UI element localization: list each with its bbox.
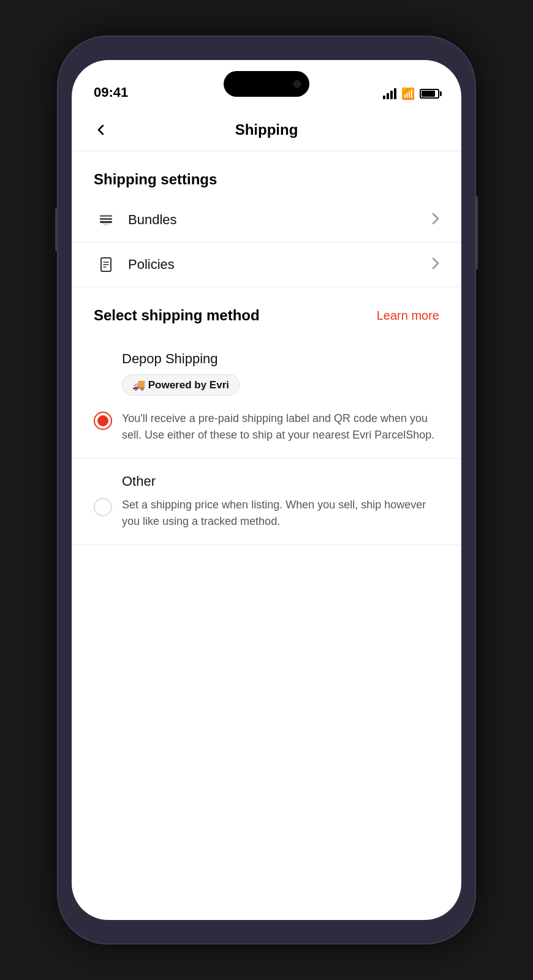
depop-shipping-content: You'll receive a pre-paid shipping label… (122, 410, 439, 443)
learn-more-link[interactable]: Learn more (377, 309, 439, 323)
shipping-settings-title: Shipping settings (72, 151, 461, 198)
bundles-chevron-icon (432, 213, 439, 228)
shipping-method-header: Select shipping method Learn more (72, 287, 461, 336)
other-radio-button[interactable] (94, 498, 112, 516)
svg-rect-1 (100, 218, 112, 220)
status-time: 09:41 (94, 85, 128, 103)
depop-shipping-header: You'll receive a pre-paid shipping label… (94, 410, 439, 443)
battery-fill (421, 91, 435, 97)
other-shipping-header: Set a shipping price when listing. When … (94, 497, 439, 530)
phone-screen: 09:41 📶 (72, 60, 461, 920)
depop-shipping-option[interactable]: Depop Shipping 🚚 Powered by Evri (72, 336, 461, 459)
depop-shipping-name: Depop Shipping (122, 351, 218, 366)
battery-icon (420, 89, 439, 99)
phone-frame: 09:41 📶 (0, 0, 533, 980)
back-arrow-icon (94, 123, 108, 137)
other-shipping-option[interactable]: Other Set a shipping price when listing.… (72, 459, 461, 545)
bundles-label: Bundles (128, 212, 432, 228)
policies-list-item[interactable]: Policies (72, 243, 461, 287)
wifi-icon: 📶 (401, 87, 415, 100)
evri-badge: 🚚 Powered by Evri (122, 374, 240, 396)
bundles-list-item[interactable]: Bundles (72, 198, 461, 243)
policies-icon (94, 256, 118, 273)
dynamic-island (224, 71, 309, 97)
signal-icon (383, 88, 396, 99)
shipping-settings-section: Shipping settings Bundle (72, 151, 461, 287)
status-icons: 📶 (383, 87, 439, 103)
camera-dot (293, 80, 301, 88)
depop-radio-container[interactable] (94, 412, 112, 430)
depop-radio-inner (97, 415, 108, 426)
depop-shipping-desc: You'll receive a pre-paid shipping label… (122, 410, 439, 443)
svg-rect-2 (100, 215, 112, 217)
back-button[interactable] (94, 123, 108, 137)
other-shipping-desc: Set a shipping price when listing. When … (122, 497, 439, 530)
other-shipping-name: Other (122, 473, 156, 489)
other-shipping-content: Set a shipping price when listing. When … (122, 497, 439, 530)
page-header: Shipping (72, 109, 461, 151)
policies-label: Policies (128, 257, 432, 273)
page-title: Shipping (235, 121, 298, 138)
shipping-method-title: Select shipping method (94, 307, 260, 324)
bundles-icon (94, 211, 118, 228)
other-radio-container[interactable] (94, 498, 112, 516)
main-content: Shipping Shipping settings (72, 109, 461, 920)
phone-outer: 09:41 📶 (58, 37, 475, 943)
depop-radio-button[interactable] (94, 412, 112, 430)
policies-chevron-icon (432, 257, 439, 273)
select-shipping-method-section: Select shipping method Learn more Depop … (72, 287, 461, 545)
